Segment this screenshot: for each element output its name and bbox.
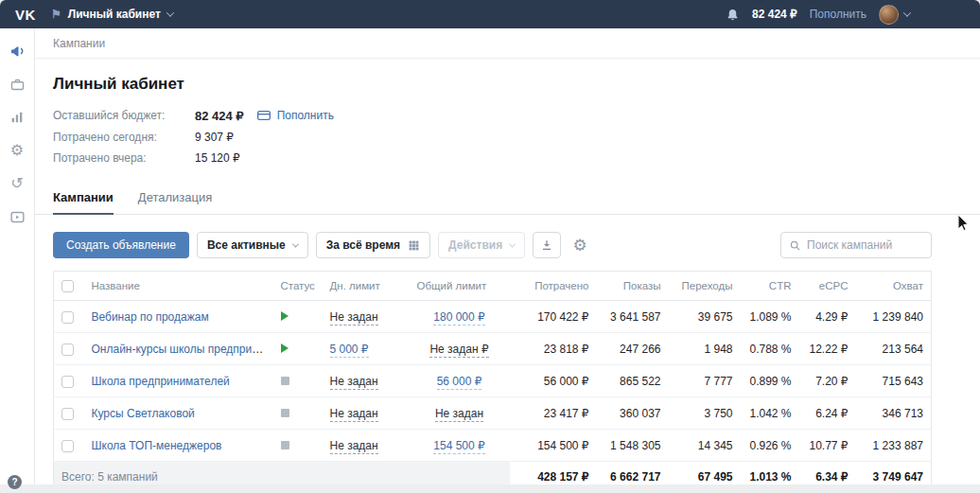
- row-checkbox[interactable]: [61, 376, 74, 388]
- table-body: Вебинар по продажам Не задан 180 000 ₽ 1…: [54, 301, 932, 462]
- vk-logo[interactable]: VK: [0, 7, 51, 23]
- table-row[interactable]: Школа ТОП-менеджеров Не задан 154 500 ₽ …: [54, 430, 932, 462]
- col-day-limit[interactable]: Дн. лимит: [323, 272, 410, 301]
- day-limit-value[interactable]: Не задан: [330, 439, 378, 454]
- spent-today-row: Потрачено сегодня: 9 307 ₽: [53, 131, 932, 144]
- clicks-cell: 3 750: [669, 397, 741, 430]
- spent-yesterday-label: Потрачено вчера:: [53, 151, 195, 165]
- account-switcher[interactable]: ⚑ Личный кабинет: [51, 8, 173, 21]
- col-spent[interactable]: Потрачено: [510, 272, 597, 301]
- day-limit-value[interactable]: 5 000 ₽: [330, 343, 369, 358]
- ecpc-cell: 7.20 ₽: [799, 365, 856, 397]
- topup-link-topbar[interactable]: Пополнить: [810, 8, 866, 21]
- row-checkbox[interactable]: [61, 343, 74, 356]
- tab-campaigns[interactable]: Кампании: [53, 185, 114, 215]
- campaign-search[interactable]: [780, 232, 932, 258]
- col-ecpc[interactable]: eCPC: [799, 272, 856, 301]
- spent-cell: 23 818 ₽: [510, 333, 597, 365]
- status-icon: [281, 377, 289, 385]
- status-filter-label: Все активные: [207, 238, 286, 252]
- ads-flag-icon: ⚑: [51, 9, 61, 20]
- ecpc-cell: 10.77 ₽: [799, 430, 856, 462]
- ctr-cell: 1.042 %: [741, 397, 799, 430]
- col-shows[interactable]: Показы: [597, 272, 669, 301]
- campaign-name-link[interactable]: Школа предпринимателей: [92, 375, 230, 388]
- sidebar-item-video play-video-icon[interactable]: [9, 207, 26, 226]
- topup-link[interactable]: Пополнить: [277, 109, 334, 122]
- topbar-right: 82 424 ₽ Пополнить: [726, 5, 910, 25]
- campaign-name-link[interactable]: Школа ТОП-менеджеров: [92, 439, 222, 452]
- col-name[interactable]: Название: [84, 272, 273, 301]
- total-limit-value[interactable]: 154 500 ₽: [433, 439, 484, 454]
- shows-cell: 3 641 587: [597, 301, 669, 333]
- day-limit-value[interactable]: Не задан: [330, 407, 378, 422]
- col-total-limit[interactable]: Общий лимит: [410, 272, 510, 301]
- actions-label: Действия: [448, 238, 502, 252]
- account-name: Личный кабинет: [68, 8, 161, 21]
- status-icon: [281, 343, 289, 353]
- clicks-cell: 7 777: [669, 365, 741, 397]
- breadcrumb-campaigns[interactable]: Кампании: [53, 37, 105, 50]
- total-limit-value[interactable]: 56 000 ₽: [437, 375, 482, 390]
- day-limit-value[interactable]: Не задан: [330, 310, 378, 326]
- col-status[interactable]: Статус: [273, 272, 323, 301]
- search-input[interactable]: [807, 238, 923, 252]
- export-download-button download-icon[interactable]: [533, 232, 561, 258]
- breadcrumb[interactable]: Кампании: [35, 28, 980, 59]
- clicks-cell: 14 345: [669, 430, 741, 462]
- row-checkbox[interactable]: [61, 440, 74, 452]
- sidebar-item-statistics chart-icon[interactable]: [9, 108, 25, 127]
- sidebar-item-settings gear-icon[interactable]: ⚙: [10, 141, 24, 160]
- notifications-bell-icon[interactable]: [726, 8, 740, 22]
- table-row[interactable]: Онлайн-курсы школы предприн… 5 000 ₽ Не …: [54, 333, 932, 365]
- total-limit-value[interactable]: Не задан ₽: [429, 343, 488, 358]
- campaigns-table: Название Статус Дн. лимит Общий лимит По…: [53, 271, 932, 493]
- ctr-cell: 0.899 %: [741, 365, 799, 397]
- row-checkbox[interactable]: [61, 311, 74, 324]
- period-filter-dropdown[interactable]: За всё время: [316, 232, 430, 258]
- row-checkbox[interactable]: [61, 408, 74, 420]
- col-ctr[interactable]: CTR: [741, 272, 799, 301]
- ctr-cell: 1.089 %: [741, 301, 799, 333]
- chevron-down-icon: [903, 9, 911, 16]
- status-filter-dropdown[interactable]: Все активные: [197, 232, 308, 258]
- table-row[interactable]: Вебинар по продажам Не задан 180 000 ₽ 1…: [54, 301, 932, 333]
- budget-value: 82 424 ₽: [195, 109, 244, 123]
- campaign-name-link[interactable]: Курсы Светлаковой: [92, 407, 195, 420]
- total-limit-value[interactable]: 180 000 ₽: [433, 310, 484, 326]
- window-bottom-strip: [0, 484, 980, 493]
- help-button question-icon[interactable]: ?: [8, 475, 22, 489]
- reach-cell: 346 713: [856, 397, 932, 430]
- reach-cell: 1 233 887: [856, 430, 932, 462]
- sidebar: ⚙ ↺ ?: [0, 28, 35, 493]
- table-row[interactable]: Курсы Светлаковой Не задан Не задан 23 4…: [54, 397, 932, 430]
- main-area: Кампании Личный кабинет Оставшийся бюдже…: [35, 28, 980, 493]
- shows-cell: 865 522: [597, 365, 669, 397]
- day-limit-value[interactable]: Не задан: [330, 375, 378, 390]
- ecpc-cell: 6.24 ₽: [799, 397, 856, 430]
- create-ad-button[interactable]: Создать объявление: [53, 232, 189, 258]
- sidebar-item-history undo-icon[interactable]: ↺: [10, 174, 23, 193]
- sidebar-item-campaigns megaphone-icon[interactable]: [9, 42, 26, 61]
- vk-ads-cabinet: VK ⚑ Личный кабинет 82 424 ₽ Пополнить: [0, 0, 980, 493]
- chevron-down-icon: [166, 9, 174, 16]
- shows-cell: 247 266: [597, 333, 669, 365]
- tab-details[interactable]: Детализация: [138, 185, 212, 214]
- col-reach[interactable]: Охват: [856, 272, 932, 301]
- account-overview: Личный кабинет Оставшийся бюджет: 82 424…: [35, 59, 980, 172]
- table-row[interactable]: Школа предпринимателей Не задан 56 000 ₽…: [54, 365, 932, 397]
- reach-cell: 715 643: [856, 365, 932, 397]
- user-menu[interactable]: [879, 5, 910, 25]
- topbar: VK ⚑ Личный кабинет 82 424 ₽ Пополнить: [0, 0, 980, 28]
- col-clicks[interactable]: Переходы: [669, 272, 741, 301]
- ecpc-cell: 12.22 ₽: [799, 333, 856, 365]
- sidebar-item-cases briefcase-icon[interactable]: [9, 75, 26, 94]
- total-limit-value[interactable]: Не задан: [435, 407, 483, 422]
- select-all-checkbox[interactable]: [61, 280, 74, 292]
- campaign-name-link[interactable]: Онлайн-курсы школы предприн…: [92, 343, 270, 356]
- clicks-cell: 1 948: [669, 333, 741, 365]
- actions-dropdown[interactable]: Действия: [438, 232, 525, 258]
- tabs: Кампании Детализация: [35, 185, 980, 215]
- table-settings-button gear-icon[interactable]: ⚙: [569, 232, 591, 258]
- campaign-name-link[interactable]: Вебинар по продажам: [92, 310, 209, 324]
